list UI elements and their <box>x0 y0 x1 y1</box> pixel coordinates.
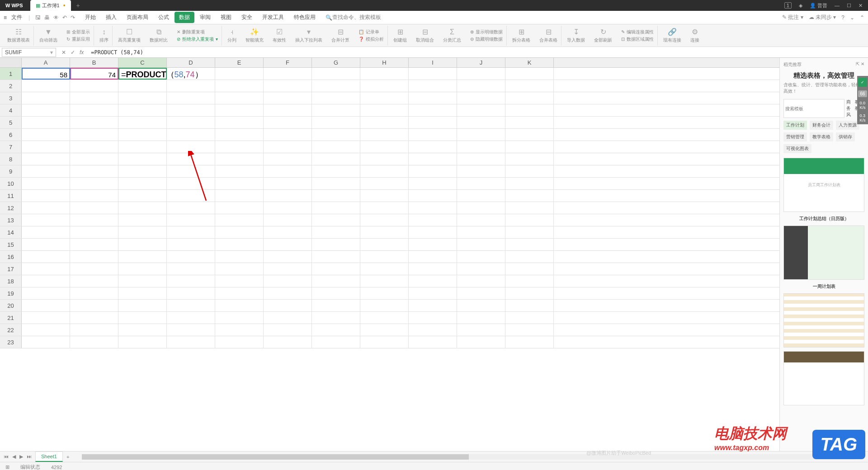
cell[interactable] <box>312 263 360 275</box>
cell[interactable] <box>264 68 312 80</box>
cell[interactable] <box>312 104 360 116</box>
row-header[interactable]: 14 <box>0 226 22 238</box>
sheet-nav-last[interactable]: ⏭ <box>27 454 32 460</box>
cell[interactable] <box>70 336 118 348</box>
name-box[interactable]: SUMIF ▾ <box>2 48 56 57</box>
cell[interactable] <box>457 324 505 336</box>
cell[interactable] <box>118 117 167 128</box>
ribbon-ungroup[interactable]: ⊟取消组合 <box>412 26 438 46</box>
cell[interactable] <box>360 312 409 324</box>
col-header-A[interactable]: A <box>22 58 70 67</box>
cell[interactable] <box>167 190 215 202</box>
tab-special[interactable]: 特色应用 <box>289 12 320 23</box>
cell[interactable] <box>264 80 312 92</box>
cell[interactable] <box>70 300 118 311</box>
cell[interactable] <box>505 214 554 226</box>
cell[interactable] <box>360 165 409 177</box>
maximize-button[interactable]: ☐ <box>847 3 851 9</box>
ribbon-dropdown[interactable]: ▾插入下拉列表 <box>292 26 326 46</box>
cell[interactable]: 74 <box>70 68 118 80</box>
cell[interactable] <box>360 92 409 104</box>
col-header-I[interactable]: I <box>409 58 457 67</box>
cell[interactable] <box>167 251 215 263</box>
cell[interactable] <box>70 312 118 324</box>
cell[interactable] <box>22 165 70 177</box>
cell[interactable] <box>215 165 264 177</box>
row-header[interactable]: 6 <box>0 129 22 141</box>
panel-tab-business[interactable]: 商务风 <box>846 99 853 118</box>
row-header[interactable]: 15 <box>0 239 22 250</box>
cell[interactable] <box>215 141 264 153</box>
cell[interactable] <box>70 324 118 336</box>
cell[interactable] <box>70 80 118 92</box>
cell[interactable] <box>312 239 360 250</box>
cell[interactable] <box>215 263 264 275</box>
cell[interactable] <box>22 336 70 348</box>
cell[interactable] <box>505 129 554 141</box>
cell[interactable] <box>360 141 409 153</box>
cell[interactable] <box>409 251 457 263</box>
cell[interactable] <box>70 214 118 226</box>
formula-input[interactable]: =PRODUCT (58,74) <box>87 49 868 56</box>
cell[interactable] <box>215 336 264 348</box>
row-header[interactable]: 23 <box>0 336 22 348</box>
cell[interactable] <box>505 239 554 250</box>
cell[interactable] <box>505 178 554 189</box>
col-header-D[interactable]: D <box>167 58 215 67</box>
cell[interactable] <box>118 226 167 238</box>
row-header[interactable]: 9 <box>0 165 22 177</box>
tag-marketing[interactable]: 营销管理 <box>783 132 807 141</box>
col-header-C[interactable]: C <box>118 58 167 67</box>
cell[interactable] <box>22 80 70 92</box>
sheet-grid[interactable]: A B C D E F G H I J K 15874=PRODUCT（58,7… <box>0 58 779 451</box>
cell[interactable] <box>457 202 505 214</box>
cell[interactable] <box>457 226 505 238</box>
cell[interactable] <box>264 92 312 104</box>
tab-data[interactable]: 数据 <box>175 12 194 23</box>
cell[interactable] <box>312 275 360 287</box>
cell[interactable] <box>215 251 264 263</box>
row-header[interactable]: 19 <box>0 287 22 299</box>
ribbon-consolidate[interactable]: ⊟合并计算 <box>328 26 353 46</box>
skin-icon[interactable]: ◈ <box>799 3 802 9</box>
tag-work-plan[interactable]: 工作计划 <box>783 121 807 130</box>
cell[interactable] <box>505 117 554 128</box>
cell[interactable] <box>167 324 215 336</box>
cell[interactable] <box>22 263 70 275</box>
cell[interactable] <box>22 226 70 238</box>
cell[interactable] <box>264 141 312 153</box>
row-header[interactable]: 18 <box>0 275 22 287</box>
template-card-4[interactable] <box>783 351 864 405</box>
cell[interactable] <box>264 178 312 189</box>
tag-hr[interactable]: 人力资源 <box>836 121 859 130</box>
cell[interactable] <box>264 190 312 202</box>
row-header[interactable]: 3 <box>0 92 22 104</box>
cell[interactable] <box>312 324 360 336</box>
accept-formula-icon[interactable]: ✓ <box>71 49 75 56</box>
cell[interactable]: =PRODUCT（58,74） <box>118 68 167 80</box>
ribbon-reject-dup[interactable]: ⊘拒绝录入重复项 ▾ <box>177 36 218 42</box>
ribbon-validate[interactable]: ☑有效性 <box>269 26 290 46</box>
cell[interactable] <box>70 165 118 177</box>
cell[interactable] <box>264 312 312 324</box>
cell[interactable] <box>118 202 167 214</box>
help-icon[interactable]: ? <box>841 14 844 21</box>
print-icon[interactable]: 🖶 <box>44 14 50 21</box>
cell[interactable] <box>360 275 409 287</box>
cell[interactable] <box>167 336 215 348</box>
cell[interactable] <box>264 324 312 336</box>
ribbon-refresh[interactable]: ↻全部刷新 <box>590 26 616 46</box>
cell[interactable] <box>457 239 505 250</box>
cell[interactable] <box>22 141 70 153</box>
cell[interactable] <box>22 239 70 250</box>
cell[interactable] <box>70 239 118 250</box>
ribbon-split-table[interactable]: ⊞拆分表格 <box>509 26 534 46</box>
row-header[interactable]: 11 <box>0 190 22 202</box>
ribbon-split-col[interactable]: ⫞分列 <box>224 26 240 46</box>
cell[interactable] <box>22 312 70 324</box>
cell[interactable] <box>312 80 360 92</box>
cell[interactable] <box>312 153 360 165</box>
tag-visual[interactable]: 可视化图表 <box>783 144 811 153</box>
cell[interactable] <box>312 68 360 80</box>
cell[interactable] <box>457 178 505 189</box>
